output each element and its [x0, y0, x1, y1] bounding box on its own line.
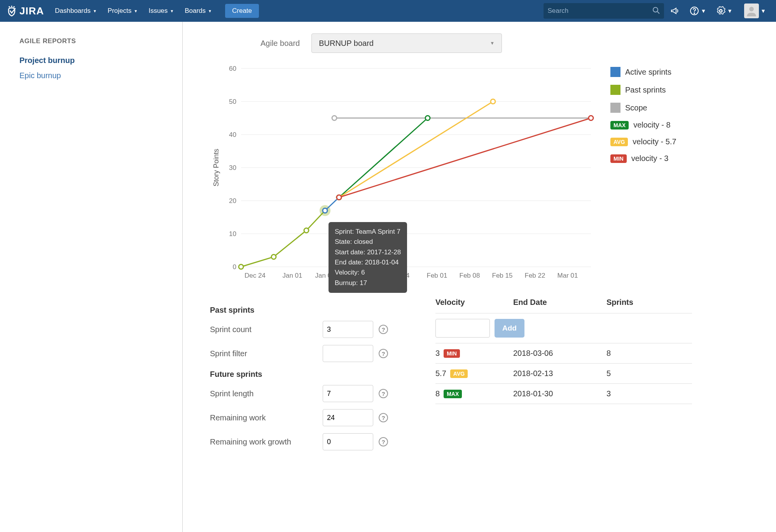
swatch-icon	[610, 103, 620, 113]
svg-point-7	[720, 10, 722, 12]
nav-issues[interactable]: Issues▼	[143, 5, 179, 17]
max-badge: MAX	[444, 390, 462, 398]
svg-point-0	[9, 6, 10, 8]
search-icon	[652, 7, 660, 16]
legend-avg[interactable]: AVGvelocity - 5.7	[610, 137, 676, 146]
help-icon[interactable]: ▼	[686, 4, 710, 18]
svg-point-6	[694, 13, 695, 14]
board-select[interactable]: BURNUP board ▼	[311, 33, 502, 53]
help-icon[interactable]: ?	[379, 349, 388, 358]
svg-text:Feb 22: Feb 22	[525, 272, 545, 279]
svg-text:60: 60	[229, 65, 236, 72]
help-icon[interactable]: ?	[379, 325, 388, 334]
sidebar: AGILE REPORTS Project burnupEpic burnup	[0, 22, 183, 532]
search-input[interactable]	[547, 7, 652, 15]
svg-text:Mar 01: Mar 01	[558, 272, 578, 279]
help-icon[interactable]: ?	[379, 437, 388, 446]
sprint-count-label: Sprint count	[210, 324, 323, 334]
svg-text:Story Points: Story Points	[212, 149, 220, 186]
svg-text:Feb 01: Feb 01	[427, 272, 447, 279]
legend-past-sprints[interactable]: Past sprints	[610, 85, 676, 95]
sidebar-item-epic-burnup[interactable]: Epic burnup	[19, 68, 171, 83]
caret-down-icon: ▼	[93, 9, 97, 13]
svg-text:40: 40	[229, 131, 236, 138]
board-label: Agile board	[260, 39, 300, 48]
nav-dashboards[interactable]: Dashboards▼	[49, 5, 102, 17]
help-icon[interactable]: ?	[379, 413, 388, 422]
min-badge: MIN	[444, 349, 460, 358]
svg-text:Feb 15: Feb 15	[492, 272, 513, 279]
caret-down-icon: ▼	[208, 9, 212, 13]
svg-point-47	[337, 195, 341, 200]
remaining-growth-input[interactable]	[323, 433, 373, 450]
svg-line-4	[657, 12, 659, 14]
chart-tooltip: Sprint: TeamA Sprint 7 State: closed Sta…	[329, 222, 407, 293]
velocity-table: Velocity End Date Sprints Add 3MIN2018-0…	[435, 298, 692, 457]
svg-text:10: 10	[229, 230, 236, 238]
main-content: Agile board BURNUP board ▼ 0102030405060…	[183, 22, 776, 532]
table-row: 3MIN2018-03-068	[435, 343, 692, 364]
svg-text:0: 0	[233, 263, 236, 271]
sidebar-item-project-burnup[interactable]: Project burnup	[19, 53, 171, 68]
create-button[interactable]: Create	[225, 4, 259, 18]
caret-down-icon: ▼	[490, 40, 495, 46]
remaining-work-label: Remaining work	[210, 413, 323, 423]
svg-point-39	[304, 228, 309, 233]
th-end-date: End Date	[513, 298, 606, 307]
svg-point-37	[239, 264, 243, 269]
table-row: 5.7AVG2018-02-135	[435, 364, 692, 384]
svg-point-48	[589, 116, 593, 121]
caret-down-icon: ▼	[134, 9, 138, 13]
svg-point-2	[13, 6, 15, 8]
svg-point-1	[11, 5, 12, 7]
past-sprints-heading: Past sprints	[210, 306, 397, 315]
remaining-work-input[interactable]	[323, 409, 373, 426]
svg-text:Feb 08: Feb 08	[460, 272, 480, 279]
remaining-growth-label: Remaining work growth	[210, 437, 323, 447]
search-box[interactable]	[544, 3, 664, 19]
th-velocity: Velocity	[435, 298, 513, 307]
add-button[interactable]: Add	[495, 319, 524, 338]
megaphone-icon[interactable]	[666, 4, 683, 18]
swatch-icon	[610, 85, 620, 95]
svg-text:50: 50	[229, 98, 236, 105]
avg-badge: AVG	[450, 369, 468, 378]
help-icon[interactable]: ?	[379, 389, 388, 398]
table-row: 8MAX2018-01-303	[435, 384, 692, 404]
sprint-length-label: Sprint length	[210, 388, 323, 399]
svg-point-41	[323, 208, 327, 213]
nav-projects[interactable]: Projects▼	[102, 5, 143, 17]
svg-point-3	[653, 7, 658, 12]
jira-logo[interactable]: JIRA	[6, 5, 44, 17]
brand-text: JIRA	[19, 5, 44, 17]
user-menu[interactable]: ▼	[739, 1, 770, 21]
min-badge: MIN	[610, 154, 627, 163]
svg-point-8	[749, 7, 754, 12]
sprint-params: Past sprints Sprint count ? Sprint filte…	[210, 298, 397, 457]
sprint-count-input[interactable]	[323, 321, 373, 338]
legend-active-sprints[interactable]: Active sprints	[610, 67, 676, 77]
burnup-chart[interactable]: 0102030405060Dec 24Jan 01Jan 08Jan 16Jan…	[210, 65, 599, 290]
nav-boards[interactable]: Boards▼	[179, 5, 217, 17]
th-sprints: Sprints	[606, 298, 692, 307]
legend-scope[interactable]: Scope	[610, 103, 676, 113]
sprint-length-input[interactable]	[323, 385, 373, 402]
board-selected: BURNUP board	[319, 39, 374, 48]
svg-point-46	[491, 99, 495, 104]
sprint-filter-input[interactable]	[323, 345, 373, 362]
svg-text:Jan 01: Jan 01	[282, 272, 302, 279]
caret-down-icon: ▼	[760, 8, 766, 14]
settings-icon[interactable]: ▼	[712, 4, 736, 18]
avg-badge: AVG	[610, 138, 628, 146]
svg-text:20: 20	[229, 197, 236, 205]
svg-point-44	[425, 116, 430, 121]
velocity-add-input[interactable]	[435, 319, 490, 338]
jira-logo-icon	[6, 5, 17, 16]
svg-text:Dec 24: Dec 24	[245, 272, 266, 279]
top-nav: JIRA Dashboards▼Projects▼Issues▼Boards▼ …	[0, 0, 776, 22]
caret-down-icon: ▼	[170, 9, 174, 13]
sprint-filter-label: Sprint filter	[210, 348, 323, 359]
legend-min[interactable]: MINvelocity - 3	[610, 154, 676, 163]
avatar-icon	[744, 4, 759, 18]
legend-max[interactable]: MAXvelocity - 8	[610, 121, 676, 130]
